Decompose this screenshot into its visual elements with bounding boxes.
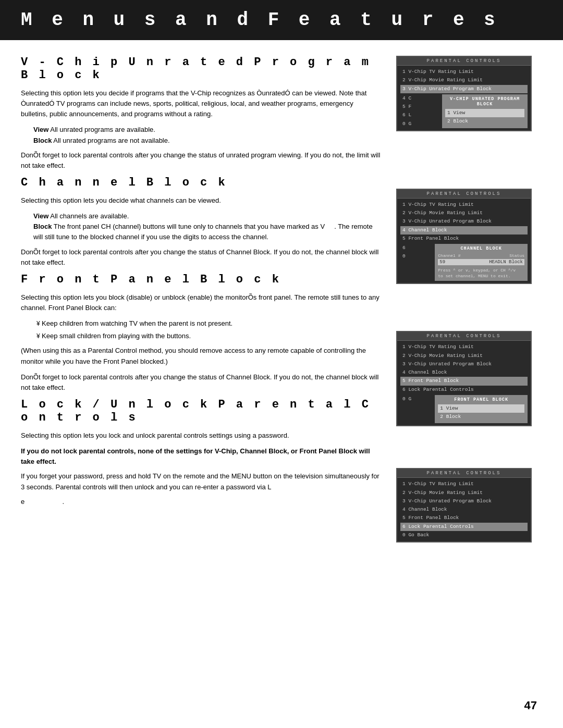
channel-block-after-para: DonÕt forget to lock parental controls a…	[21, 247, 381, 268]
tv-menu-item-4-5: 5 Front Panel Block	[400, 514, 528, 522]
tv-submenu-3-view: 1 View	[438, 404, 524, 413]
channel-col-header: Channel #	[438, 253, 460, 258]
section-title-channel-block: C h a n n e l B l o c k	[21, 176, 381, 189]
tv-menu-item-2-4: 4 Channel Block	[400, 226, 528, 235]
tv-header-2: PARENTAL CONTROLS	[397, 190, 531, 199]
tv-submenu-1-view: 1 View	[445, 109, 524, 117]
tv-menu-item-3-5: 5 Front Panel Block	[400, 377, 528, 385]
tv-menu-item-4-2: 2 V-Chip Movie Rating Limit	[400, 489, 528, 497]
tv-menu-item-4-4: 4 Channel Block	[400, 505, 528, 514]
left-column: V - C h i p U n r a t e d P r o g r a m …	[21, 56, 381, 542]
tv-header-1: PARENTAL CONTROLS	[397, 57, 531, 66]
vchip-unrated-after: DonÕt forget to lock parental controls a…	[21, 150, 381, 171]
channel-block-indent: View All channels are available. Block T…	[33, 211, 381, 242]
section-body-lock-unlock: Selecting this option lets you lock and …	[21, 430, 381, 441]
vchip-unrated-indent: View All unrated programs are available.…	[33, 125, 381, 145]
section-title-lock-unlock: L o c k / U n l o c k P a r e n t a l C …	[21, 398, 381, 424]
tv-menu-item-3-1: 1 V-Chip TV Rating Limit	[400, 343, 528, 351]
tv-menu-item-3-4: 4 Channel Block	[400, 368, 528, 377]
channel-number: 59	[439, 260, 445, 265]
vchip-unrated-para1: Selecting this option lets you decide if…	[21, 88, 381, 119]
page-number: 47	[524, 699, 537, 712]
tv-screen-4: PARENTAL CONTROLS 1 V-Chip TV Rating Lim…	[396, 468, 532, 542]
channel-view-text: All channels are available.	[50, 212, 129, 220]
view-text: All unrated programs are available.	[50, 126, 155, 133]
tv-header-4: PARENTAL CONTROLS	[397, 469, 531, 478]
tv-menu-item-3-0: 0 G	[400, 395, 435, 403]
page-title: M e n u s a n d F e a t u r e s	[21, 9, 542, 31]
section-body-vchip-unrated: Selecting this option lets you decide if…	[21, 88, 381, 119]
channel-status: HEADLN Block	[489, 260, 523, 265]
lock-unlock-after-para: If you forget your password, press and h…	[21, 471, 381, 492]
section-vchip-unrated: V - C h i p U n r a t e d P r o g r a m …	[21, 56, 381, 171]
view-label: View	[33, 126, 48, 133]
tv-menu-item-4-1: 1 V-Chip TV Rating Limit	[400, 480, 528, 488]
tv-menu-item-3-3: 3 V-Chip Unrated Program Block	[400, 360, 528, 368]
main-content: V - C h i p U n r a t e d P r o g r a m …	[0, 56, 563, 542]
tv-menu-item-1-4: 4 C	[400, 94, 440, 103]
status-col-header: Status	[509, 253, 524, 258]
front-panel-after: DonÕt forget to lock parental controls a…	[21, 372, 381, 393]
front-panel-paren: (When using this as a Parental Control m…	[21, 346, 381, 366]
bullet-item-1: Keep children from watching TV when the …	[36, 318, 381, 329]
channel-block-after: DonÕt forget to lock parental controls a…	[21, 247, 381, 268]
tv-menu-list-1: 1 V-Chip TV Rating Limit 2 V-Chip Movie …	[397, 66, 531, 130]
tv-menu-item-2-6: 6	[400, 244, 435, 252]
tv-menu-item-1-3: 3 V-Chip Unrated Program Block	[400, 85, 528, 93]
tv-menu-item-4-6: 6 Lock Parental Controls	[400, 523, 528, 531]
tv-menu-item-4-3: 3 V-Chip Unrated Program Block	[400, 497, 528, 505]
section-title-front-panel: F r o n t P a n e l B l o c k	[21, 273, 381, 286]
tv-menu-item-2-1: 1 V-Chip TV Rating Limit	[400, 201, 528, 209]
section-front-panel-block: F r o n t P a n e l B l o c k Selecting …	[21, 273, 381, 393]
tv-header-3: PARENTAL CONTROLS	[397, 332, 531, 341]
tv-menu-list-4: 1 V-Chip TV Rating Limit 2 V-Chip Movie …	[397, 478, 531, 541]
block-text: All unrated programs are not available.	[53, 137, 169, 144]
section-channel-block: C h a n n e l B l o c k Selecting this o…	[21, 176, 381, 268]
bullet-item-2: Keep small children from playing with th…	[36, 331, 381, 341]
tv-screen-1: PARENTAL CONTROLS 1 V-Chip TV Rating Lim…	[396, 56, 532, 131]
channel-view-label: View	[33, 212, 48, 220]
tv-menu-item-3-6: 6 Lock Parental Controls	[400, 386, 528, 394]
tv-menu-item-2-0: 0	[400, 252, 435, 261]
front-panel-para1: Selecting this option lets you block (di…	[21, 292, 381, 313]
channel-note: Press ^ or v, keypad, or CH ^/vto set ch…	[438, 267, 524, 279]
tv-menu-list-2: 1 V-Chip TV Rating Limit 2 V-Chip Movie …	[397, 199, 531, 283]
front-panel-after-para: DonÕt forget to lock parental controls a…	[21, 372, 381, 393]
right-column: PARENTAL CONTROLS 1 V-Chip TV Rating Lim…	[396, 56, 542, 542]
section-title-vchip-unrated: V - C h i p U n r a t e d P r o g r a m …	[21, 56, 381, 82]
tv-menu-item-2-5: 5 Front Panel Block	[400, 235, 528, 243]
tv-menu-item-1-7: 0 G	[400, 120, 440, 128]
vchip-unrated-after-para: DonÕt forget to lock parental controls a…	[21, 150, 381, 171]
tv-menu-item-3-2: 2 V-Chip Movie Rating Limit	[400, 352, 528, 360]
section-lock-unlock: L o c k / U n l o c k P a r e n t a l C …	[21, 398, 381, 507]
tv-submenu-1-block: 2 Block	[445, 117, 524, 126]
tv-menu-item-2-3: 3 V-Chip Unrated Program Block	[400, 217, 528, 226]
tv-menu-item-1-2: 2 V-Chip Movie Rating Limit	[400, 76, 528, 84]
section-body-front-panel: Selecting this option lets you block (di…	[21, 292, 381, 313]
tv-screen-2: PARENTAL CONTROLS 1 V-Chip TV Rating Lim…	[396, 189, 532, 285]
section-body-channel-block: Selecting this option lets you decide wh…	[21, 195, 381, 206]
tv-menu-item-2-2: 2 V-Chip Movie Rating Limit	[400, 209, 528, 217]
channel-block-label: Block	[33, 223, 52, 230]
tv-menu-item-4-0: 0 Go Back	[400, 531, 528, 539]
tv-menu-item-1-1: 1 V-Chip TV Rating Limit	[400, 68, 528, 76]
tv-menu-list-3: 1 V-Chip TV Rating Limit 2 V-Chip Movie …	[397, 341, 531, 425]
page-header: M e n u s a n d F e a t u r e s	[0, 0, 563, 40]
front-panel-paren-para: (When using this as a Parental Control m…	[21, 346, 381, 366]
channel-block-text: The front panel CH (channel) buttons wil…	[33, 223, 373, 241]
tv-submenu-3-block: 2 Block	[438, 413, 524, 421]
lock-unlock-bold: If you do not lock parental controls, no…	[21, 446, 381, 467]
tv-menu-item-1-6: 6 L	[400, 111, 440, 119]
channel-block-para1: Selecting this option lets you decide wh…	[21, 195, 381, 206]
lock-unlock-after: If you forget your password, press and h…	[21, 471, 381, 507]
tv-menu-item-1-5: 5 F	[400, 103, 440, 111]
front-panel-bullets: Keep children from watching TV when the …	[36, 318, 381, 341]
lock-unlock-para1: Selecting this option lets you lock and …	[21, 430, 381, 441]
block-label: Block	[33, 137, 52, 144]
lock-unlock-footnote: e .	[21, 497, 381, 507]
tv-screen-3: PARENTAL CONTROLS 1 V-Chip TV Rating Lim…	[396, 331, 532, 426]
